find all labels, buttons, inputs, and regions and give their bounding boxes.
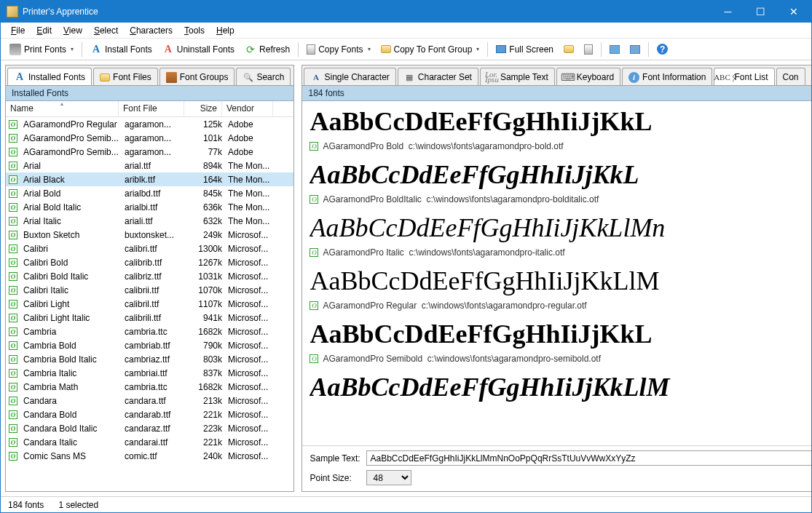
table-row[interactable]: Candara Italiccandarai.ttf221kMicrosof..… (6, 435, 293, 449)
cell-file: arial.ttf (122, 161, 187, 171)
table-row[interactable]: Candara Bold Italiccandaraz.ttf223kMicro… (6, 421, 293, 435)
table-row[interactable]: Calibri Lightcalibril.ttf1107kMicrosof..… (6, 297, 293, 311)
table-row[interactable]: Calibri Boldcalibrib.ttf1267kMicrosof... (6, 255, 293, 269)
table-body[interactable]: AGaramondPro Regularagaramon...125kAdobe… (6, 117, 293, 464)
table-row[interactable]: Arial Italicariali.ttf632kThe Mon... (6, 214, 293, 228)
point-size-select[interactable]: 48 (366, 470, 411, 485)
table-row[interactable]: Buxton Sketchbuxtonsket...249kMicrosof..… (6, 228, 293, 242)
copy-to-group-button[interactable]: Copy To Font Group (377, 42, 484, 57)
table-row[interactable]: Comic Sans MScomic.ttf240kMicrosof... (6, 449, 293, 463)
table-row[interactable]: Candara Boldcandarab.ttf221kMicrosof... (6, 407, 293, 421)
table-row[interactable]: Arial Bold Italicarialbi.ttf636kThe Mon.… (6, 200, 293, 214)
table-row[interactable]: Candaracandara.ttf213kMicrosof... (6, 394, 293, 407)
cell-size: 632k (187, 216, 225, 226)
toolbar-button-folder[interactable] (559, 43, 578, 55)
menu-characters[interactable]: Characters (124, 24, 178, 37)
dropdown-caret-icon[interactable] (368, 46, 371, 52)
table-row[interactable]: Calibri Italiccalibrii.ttf1070kMicrosof.… (6, 283, 293, 297)
uninstall-fonts-button[interactable]: Uninstall Fonts (158, 41, 239, 57)
tab-character-set[interactable]: Character Set (398, 68, 478, 86)
tab-files[interactable]: Font Files (93, 68, 158, 86)
install-fonts-button[interactable]: Install Fonts (86, 41, 157, 57)
tab-sample-text[interactable]: Sample Text (480, 68, 555, 86)
table-row[interactable]: Arial Blackariblk.ttf164kThe Mon... (6, 172, 293, 186)
tab-font-information[interactable]: Font Information (622, 68, 712, 86)
table-row[interactable]: Cambria Boldcambriab.ttf790kMicrosof... (6, 338, 293, 352)
col-file[interactable]: Font File (119, 101, 184, 116)
maximize-button[interactable]: ☐ (744, 1, 777, 22)
table-row[interactable]: AGaramondPro Regularagaramon...125kAdobe (6, 117, 293, 131)
toolbar-button-misc-2[interactable] (626, 43, 645, 56)
tab-nav-left[interactable]: ◄ (807, 74, 812, 85)
menu-help[interactable]: Help (210, 24, 240, 37)
font-sample-item[interactable]: AaBbCcDdEeFfGgHhIiJjKkLAGaramondPro Bold… (310, 157, 812, 204)
font-sample-item[interactable]: AaBbCcDdEeFfGgHhIiJjKkLlMAGaramondPro Re… (310, 263, 812, 311)
tab-label: Con (783, 72, 799, 82)
tab-single-character[interactable]: Single Character (304, 68, 395, 86)
menu-file[interactable]: File (5, 24, 31, 37)
cell-name: Calibri Bold (20, 258, 122, 268)
minimize-button[interactable]: ─ (712, 1, 744, 22)
dropdown-caret-icon[interactable] (476, 46, 479, 52)
font-caption-text: AGaramondPro Italic c:\windows\fonts\aga… (323, 247, 564, 258)
col-vendor[interactable]: Vendor (222, 101, 273, 116)
table-row[interactable]: Comic Sans MS Boldcomicbd.ttf224kMicroso… (6, 463, 293, 464)
toolbar-button-misc-1[interactable] (605, 43, 624, 56)
cell-vendor: The Mon... (225, 216, 276, 226)
col-name[interactable]: Name▴ (6, 101, 119, 116)
tab-label: Keyboard (577, 72, 614, 82)
table-row[interactable]: Calibricalibri.ttf1300kMicrosof... (6, 242, 293, 255)
menu-edit[interactable]: Edit (31, 24, 58, 37)
font-sample-item[interactable]: AaBbCcDdEeFfGgHhIiJjKkLlM (310, 370, 812, 404)
dropdown-caret-icon[interactable] (71, 46, 74, 52)
tab-search[interactable]: Search (236, 68, 291, 86)
sample-text-input[interactable] (366, 450, 812, 466)
close-button[interactable]: ✕ (777, 1, 810, 22)
table-row[interactable]: Calibri Light Italiccalibrili.ttf941kMic… (6, 311, 293, 325)
full-screen-button[interactable]: Full Screen (492, 42, 558, 57)
table-row[interactable]: Arial Boldarialbd.ttf845kThe Mon... (6, 186, 293, 200)
table-row[interactable]: Cambria Italiccambriai.ttf837kMicrosof..… (6, 366, 293, 380)
tab-label: Character Set (418, 72, 472, 82)
table-row[interactable]: Arialarial.ttf894kThe Mon... (6, 159, 293, 172)
table-row[interactable]: Cambria Mathcambria.ttc1682kMicrosof... (6, 380, 293, 394)
table-row[interactable]: Cambriacambria.ttc1682kMicrosof... (6, 325, 293, 338)
font-list[interactable]: AaBbCcDdEeFfGgHhIiJjKkLAGaramondPro Bold… (302, 101, 812, 445)
table-row[interactable]: Cambria Bold Italiccambriaz.ttf803kMicro… (6, 352, 293, 366)
font-file-icon (310, 195, 318, 204)
font-sample-item[interactable]: AaBbCcDdEeFfGgHhIiJjKkLAGaramondPro Semi… (310, 317, 812, 364)
font-sample-item[interactable]: AaBbCcDdEeFfGgHhIiJjKkLlMnAGaramondPro I… (310, 210, 812, 258)
refresh-button[interactable]: Refresh (240, 41, 294, 57)
tab-installed[interactable]: Installed Fonts (7, 68, 92, 86)
menu-select[interactable]: Select (88, 24, 124, 37)
cell-vendor: Microsof... (225, 437, 276, 448)
help-button[interactable] (653, 41, 672, 57)
print-fonts-button[interactable]: Print Fonts (5, 41, 78, 57)
table-row[interactable]: AGaramondPro Semib...agaramon...101kAdob… (6, 131, 293, 145)
col-size[interactable]: Size (184, 101, 222, 116)
tab-keyboard[interactable]: Keyboard (556, 68, 620, 86)
table-row[interactable]: AGaramondPro Semib...agaramon...77kAdobe (6, 145, 293, 159)
copy-fonts-button[interactable]: Copy Fonts (302, 42, 374, 57)
tab-font-list[interactable]: Font List (714, 68, 774, 86)
status-font-count: 184 fonts (8, 500, 44, 510)
info-icon (628, 72, 639, 83)
menu-view[interactable]: View (58, 24, 88, 37)
cell-size: 164k (187, 175, 225, 185)
font-file-icon (9, 452, 17, 461)
tab-label: Font Information (642, 72, 706, 82)
left-tabs: Installed FontsFont FilesFont GroupsSear… (6, 65, 293, 86)
tab-groups[interactable]: Font Groups (159, 68, 235, 86)
tab-con[interactable]: Con (776, 68, 805, 86)
cell-size: 1267k (187, 258, 225, 268)
toolbar-button-copy[interactable] (580, 42, 597, 57)
tab-label: Font Files (113, 72, 151, 82)
sort-asc-icon: ▴ (60, 101, 63, 107)
font-sample-text: AaBbCcDdEeFfGgHhIiJjKkLlMn (310, 210, 812, 244)
font-sample-item[interactable]: AaBbCcDdEeFfGgHhIiJjKkLAGaramondPro Bold… (310, 104, 812, 151)
menu-tools[interactable]: Tools (178, 24, 210, 37)
font-file-icon (9, 217, 17, 226)
cell-file: comic.ttf (122, 451, 187, 461)
table-row[interactable]: Calibri Bold Italiccalibriz.ttf1031kMicr… (6, 269, 293, 283)
cell-size: 1682k (187, 327, 225, 337)
